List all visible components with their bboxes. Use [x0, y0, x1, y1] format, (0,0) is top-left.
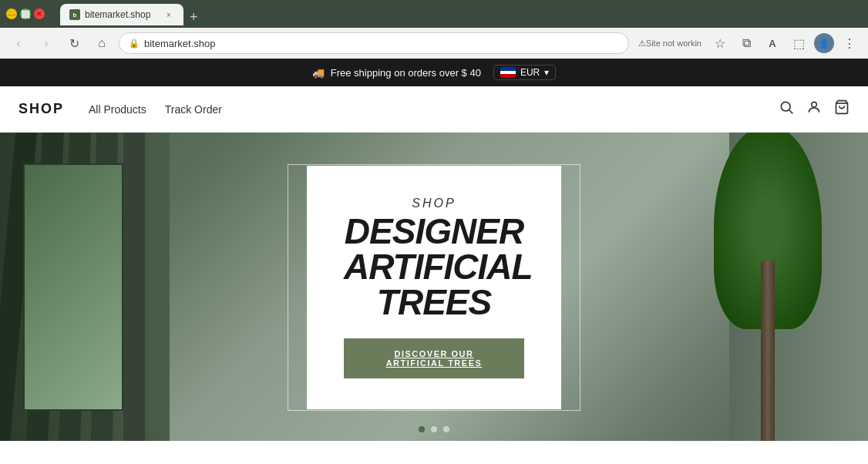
screenshot-button[interactable]: ⬚: [788, 32, 809, 54]
reload-button[interactable]: ↻: [63, 32, 85, 54]
forward-icon: ›: [44, 36, 48, 50]
hero-cta-button[interactable]: DISCOVER OUR ARTIFICIAL TREES: [344, 338, 524, 378]
profile-avatar[interactable]: 👤: [814, 33, 834, 53]
site-status-icon: ⚠: [638, 39, 646, 49]
hero-cta-prefix: DISCOVER OUR: [395, 349, 474, 358]
search-button[interactable]: [779, 99, 794, 119]
browser-toolbar: ‹ › ↻ ⌂ 🔒 bitemarket.shop ⚠ Site not wor…: [0, 28, 868, 59]
carousel-dots: [419, 426, 449, 432]
eu-flag-icon: [500, 67, 516, 78]
url-text: bitemarket.shop: [144, 38, 619, 49]
new-tab-button[interactable]: +: [183, 9, 204, 25]
nav-links: All Products Track Order: [89, 103, 779, 116]
carousel-dot-1[interactable]: [419, 426, 425, 432]
hero-title-line3: TREES: [377, 282, 491, 322]
close-window-icon: ✕: [36, 10, 42, 18]
cart-button[interactable]: [834, 99, 849, 119]
close-button[interactable]: ✕: [34, 8, 45, 19]
account-button[interactable]: [806, 99, 822, 119]
minimize-button[interactable]: —: [6, 8, 17, 19]
cart-icon: [834, 99, 849, 119]
back-button[interactable]: ‹: [8, 32, 29, 54]
hero-card: SHOP DESIGNER ARTIFICIAL TREES DISCOVER …: [307, 166, 561, 409]
nav-link-all-products[interactable]: All Products: [89, 103, 146, 116]
profile-icon: 👤: [819, 39, 829, 49]
currency-chevron-icon: ▾: [544, 67, 549, 78]
hero-section: SHOP DESIGNER ARTIFICIAL TREES DISCOVER …: [0, 133, 868, 441]
bookmark-button[interactable]: ☆: [709, 32, 731, 54]
minimize-icon: —: [8, 10, 15, 18]
svg-point-2: [812, 102, 817, 107]
tab-title: bitemarket.shop: [85, 9, 150, 20]
account-icon: [806, 99, 822, 119]
browser-titlebar: — ⬜ ✕ b bitemarket.shop × +: [0, 0, 868, 28]
currency-code: EUR: [520, 67, 540, 78]
announcement-bar: 🚚 Free shipping on orders over $ 40 EUR …: [0, 59, 868, 86]
extensions-icon: ⧉: [742, 36, 751, 50]
hero-title-line2: ARTIFICIAL: [344, 247, 533, 287]
menu-icon: ⋮: [843, 36, 856, 51]
nav-link-track-order[interactable]: Track Order: [165, 103, 222, 116]
hero-cta-link: ARTIFICIAL TREES: [386, 358, 483, 368]
announcement-text: Free shipping on orders over $ 40: [331, 67, 481, 79]
window-controls: — ⬜ ✕: [6, 8, 45, 19]
carousel-dot-2[interactable]: [431, 426, 437, 432]
site-logo[interactable]: SHOP: [19, 101, 64, 117]
hero-subtitle: SHOP: [344, 197, 524, 210]
translate-icon: A: [769, 38, 775, 49]
menu-button[interactable]: ⋮: [839, 32, 860, 54]
site-status-button[interactable]: ⚠ Site not workin: [635, 32, 705, 54]
home-icon: ⌂: [98, 36, 106, 50]
hero-title: DESIGNER ARTIFICIAL TREES: [344, 214, 524, 320]
search-icon: [779, 99, 794, 119]
screenshot-icon: ⬚: [793, 36, 805, 51]
nav-icons: [779, 99, 849, 119]
maximize-icon: ⬜: [21, 10, 30, 18]
lock-icon: 🔒: [129, 39, 140, 49]
site-navigation: SHOP All Products Track Order: [0, 86, 868, 133]
carousel-dot-3[interactable]: [443, 426, 449, 432]
svg-line-1: [789, 110, 793, 114]
hero-content-area: SHOP DESIGNER ARTIFICIAL TREES DISCOVER …: [0, 133, 868, 441]
tab-favicon: b: [69, 9, 80, 20]
back-icon: ‹: [16, 36, 20, 50]
site-content: 🚚 Free shipping on orders over $ 40 EUR …: [0, 59, 868, 441]
extensions-button[interactable]: ⧉: [735, 32, 757, 54]
browser-window: — ⬜ ✕ b bitemarket.shop × + ‹: [0, 0, 868, 441]
star-icon: ☆: [715, 36, 725, 51]
toolbar-right-buttons: ⚠ Site not workin ☆ ⧉ A ⬚ 👤 ⋮: [635, 32, 860, 54]
svg-point-0: [781, 102, 790, 111]
reload-icon: ↻: [69, 36, 79, 51]
tab-bar: b bitemarket.shop × +: [54, 2, 862, 25]
translate-button[interactable]: A: [762, 32, 783, 54]
forward-button[interactable]: ›: [35, 32, 57, 54]
announcement-emoji: 🚚: [312, 67, 325, 79]
maximize-button[interactable]: ⬜: [20, 8, 31, 19]
hero-card-border-decoration: SHOP DESIGNER ARTIFICIAL TREES DISCOVER …: [288, 164, 580, 411]
active-tab[interactable]: b bitemarket.shop ×: [60, 4, 183, 25]
currency-selector[interactable]: EUR ▾: [493, 65, 556, 80]
hero-title-line1: DESIGNER: [345, 211, 523, 251]
site-status-text: Site not workin: [646, 39, 701, 48]
home-button[interactable]: ⌂: [91, 32, 113, 54]
tab-close-button[interactable]: ×: [163, 9, 174, 20]
address-bar[interactable]: 🔒 bitemarket.shop: [119, 32, 629, 54]
